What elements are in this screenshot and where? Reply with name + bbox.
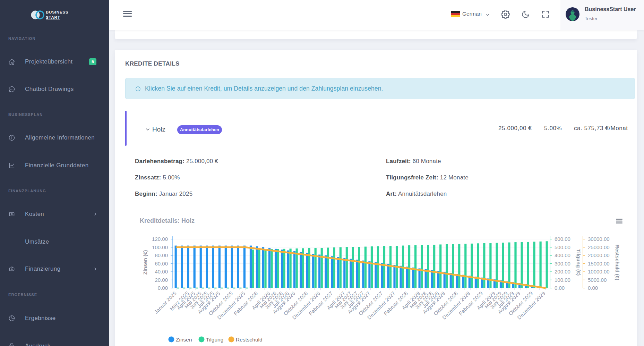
svg-text:100.00: 100.00 xyxy=(152,244,168,250)
svg-text:25000.00: 25000.00 xyxy=(588,244,610,250)
svg-text:Restschuld: Restschuld xyxy=(236,337,263,343)
svg-text:Restschuld (€): Restschuld (€) xyxy=(615,244,620,280)
svg-text:30000.00: 30000.00 xyxy=(588,236,610,242)
svg-text:60.00: 60.00 xyxy=(155,261,168,267)
svg-text:100.00: 100.00 xyxy=(555,277,570,283)
svg-text:Tilgung: Tilgung xyxy=(206,337,223,343)
svg-text:40.00: 40.00 xyxy=(155,269,168,275)
svg-text:500.00: 500.00 xyxy=(555,244,570,250)
svg-text:Zinsen: Zinsen xyxy=(176,337,192,343)
svg-text:600.00: 600.00 xyxy=(555,236,570,242)
svg-text:0.00: 0.00 xyxy=(588,285,598,291)
svg-text:10000.00: 10000.00 xyxy=(588,269,610,275)
svg-text:80.00: 80.00 xyxy=(155,252,168,258)
svg-text:300.00: 300.00 xyxy=(555,261,570,267)
svg-text:20000.00: 20000.00 xyxy=(588,252,610,258)
svg-text:Tilgung (€): Tilgung (€) xyxy=(576,249,582,276)
svg-text:Zinsen (€): Zinsen (€) xyxy=(142,250,148,275)
svg-text:20.00: 20.00 xyxy=(155,277,168,283)
svg-text:0.00: 0.00 xyxy=(158,285,168,291)
svg-text:0.00: 0.00 xyxy=(555,285,565,291)
svg-text:400.00: 400.00 xyxy=(555,252,570,258)
svg-text:5000.00: 5000.00 xyxy=(588,277,607,283)
svg-text:15000.00: 15000.00 xyxy=(588,261,610,267)
svg-text:200.00: 200.00 xyxy=(555,269,570,275)
svg-text:120.00: 120.00 xyxy=(152,236,168,242)
